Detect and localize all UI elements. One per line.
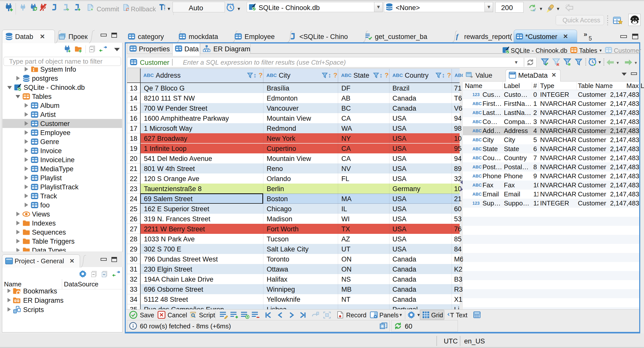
svg-text:f: f: [456, 33, 459, 40]
